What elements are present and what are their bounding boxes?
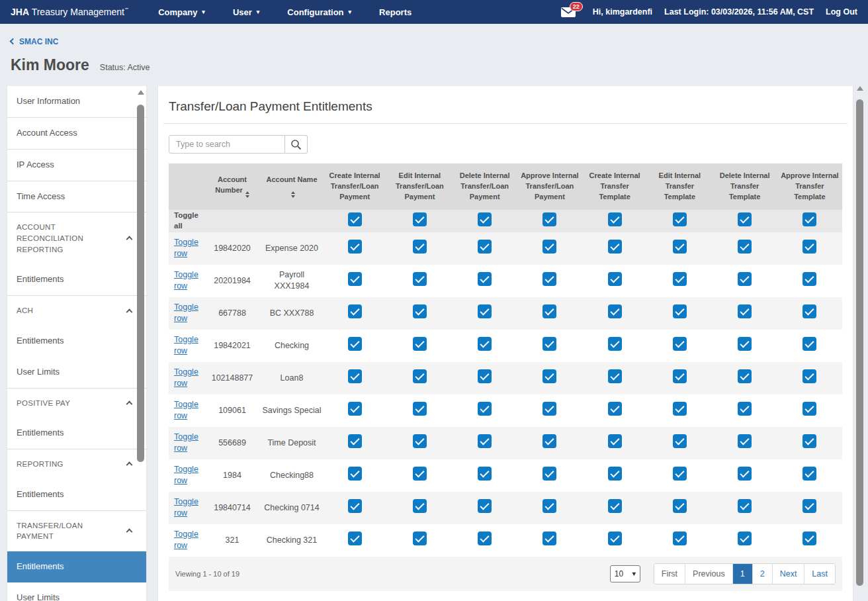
entitlement-checkbox[interactable]	[478, 240, 492, 254]
toggle-row-link[interactable]: Toggle row	[174, 269, 204, 292]
chevron-up-icon[interactable]	[126, 236, 133, 243]
entitlement-checkbox[interactable]	[738, 532, 752, 545]
sidebar-item-reporting[interactable]: REPORTING	[7, 449, 146, 479]
toggle-all-checkbox[interactable]	[478, 212, 492, 226]
toggle-row-link[interactable]: Toggle row	[174, 399, 204, 422]
pagination-1[interactable]: 1	[733, 564, 753, 584]
entitlement-checkbox[interactable]	[673, 467, 687, 481]
entitlement-checkbox[interactable]	[673, 369, 687, 383]
toggle-all-checkbox[interactable]	[803, 212, 816, 226]
entitlement-checkbox[interactable]	[348, 337, 362, 351]
entitlement-checkbox[interactable]	[478, 369, 492, 383]
toggle-row-link[interactable]: Toggle row	[174, 367, 204, 389]
scroll-up-arrow-icon[interactable]	[857, 86, 863, 91]
toggle-row-link[interactable]: Toggle row	[174, 302, 204, 324]
toggle-row-link[interactable]: Toggle row	[174, 334, 204, 357]
entitlement-checkbox[interactable]	[413, 272, 427, 286]
entitlement-checkbox[interactable]	[608, 369, 622, 383]
pagination-2[interactable]: 2	[753, 564, 773, 584]
toggle-row-link[interactable]: Toggle row	[174, 496, 204, 519]
entitlement-checkbox[interactable]	[673, 272, 687, 286]
sidebar-item-entitlements[interactable]: Entitlements	[7, 264, 146, 296]
entitlement-checkbox[interactable]	[348, 304, 362, 318]
entitlement-checkbox[interactable]	[478, 532, 492, 545]
sidebar-item-entitlements[interactable]: Entitlements	[7, 551, 146, 582]
entitlement-checkbox[interactable]	[542, 337, 556, 351]
sidebar-item-time-access[interactable]: Time Access	[7, 181, 146, 213]
entitlement-checkbox[interactable]	[608, 272, 622, 286]
entitlement-checkbox[interactable]	[803, 272, 816, 286]
entitlement-checkbox[interactable]	[348, 402, 362, 416]
entitlement-checkbox[interactable]	[348, 434, 362, 448]
entitlement-checkbox[interactable]	[608, 467, 622, 481]
entitlement-checkbox[interactable]	[608, 434, 622, 448]
entitlement-checkbox[interactable]	[348, 272, 362, 286]
entitlement-checkbox[interactable]	[478, 434, 492, 448]
entitlement-checkbox[interactable]	[673, 337, 687, 351]
entitlement-checkbox[interactable]	[348, 467, 362, 481]
entitlement-checkbox[interactable]	[673, 532, 687, 545]
column-header-account-name[interactable]: Account Name	[261, 163, 322, 210]
sidebar-item-account-reconciliation-reporting[interactable]: ACCOUNT RECONCILIATION REPORTING	[7, 212, 146, 264]
entitlement-checkbox[interactable]	[478, 402, 492, 416]
toggle-all-checkbox[interactable]	[413, 212, 427, 226]
entitlement-checkbox[interactable]	[413, 532, 427, 545]
page-size-select[interactable]: 10 ▾	[610, 565, 640, 582]
entitlement-checkbox[interactable]	[478, 304, 492, 318]
entitlement-checkbox[interactable]	[673, 304, 687, 318]
pagination-previous[interactable]: Previous	[685, 564, 733, 584]
entitlement-checkbox[interactable]	[542, 499, 556, 513]
sidebar-item-ip-access[interactable]: IP Access	[7, 150, 146, 181]
entitlement-checkbox[interactable]	[542, 369, 556, 383]
entitlement-checkbox[interactable]	[542, 532, 556, 545]
sidebar-item-ach[interactable]: ACH	[7, 296, 146, 326]
chevron-up-icon[interactable]	[126, 308, 133, 315]
breadcrumb[interactable]: SMAC INC	[11, 37, 58, 46]
pagination-next[interactable]: Next	[773, 564, 805, 584]
sidebar-item-transfer-loan-payment[interactable]: TRANSFER/LOAN PAYMENT	[7, 511, 146, 551]
entitlement-checkbox[interactable]	[348, 369, 362, 383]
sidebar-item-user-information[interactable]: User Information	[7, 86, 146, 118]
sidebar-item-entitlements[interactable]: Entitlements	[7, 326, 146, 357]
toggle-row-link[interactable]: Toggle row	[174, 529, 204, 551]
entitlement-checkbox[interactable]	[738, 467, 752, 481]
entitlement-checkbox[interactable]	[803, 434, 816, 448]
entitlement-checkbox[interactable]	[738, 434, 752, 448]
page-scrollbar[interactable]	[856, 86, 863, 601]
chevron-up-icon[interactable]	[126, 529, 133, 535]
sort-icon[interactable]	[245, 191, 249, 198]
menu-user[interactable]: User▾	[233, 7, 259, 17]
entitlement-checkbox[interactable]	[673, 402, 687, 416]
entitlement-checkbox[interactable]	[803, 304, 816, 318]
entitlement-checkbox[interactable]	[478, 499, 492, 513]
toggle-row-link[interactable]: Toggle row	[174, 464, 204, 486]
sidebar-item-entitlements[interactable]: Entitlements	[7, 479, 146, 511]
entitlement-checkbox[interactable]	[478, 467, 492, 481]
entitlement-checkbox[interactable]	[803, 337, 816, 351]
entitlement-checkbox[interactable]	[542, 304, 556, 318]
entitlement-checkbox[interactable]	[478, 337, 492, 351]
entitlement-checkbox[interactable]	[413, 434, 427, 448]
entitlement-checkbox[interactable]	[608, 240, 622, 254]
chevron-up-icon[interactable]	[126, 400, 133, 407]
toggle-all-label[interactable]: Toggle all	[169, 210, 203, 232]
entitlement-checkbox[interactable]	[413, 240, 427, 254]
entitlement-checkbox[interactable]	[803, 240, 816, 254]
search-button[interactable]	[285, 135, 308, 154]
entitlement-checkbox[interactable]	[803, 467, 816, 481]
sidebar-item-entitlements[interactable]: Entitlements	[7, 418, 146, 449]
pagination-first[interactable]: First	[654, 564, 685, 584]
entitlement-checkbox[interactable]	[478, 272, 492, 286]
entitlement-checkbox[interactable]	[608, 402, 622, 416]
sidebar-item-user-limits[interactable]: User Limits	[7, 357, 146, 389]
entitlement-checkbox[interactable]	[413, 402, 427, 416]
entitlement-checkbox[interactable]	[738, 272, 752, 286]
toggle-row-link[interactable]: Toggle row	[174, 432, 204, 454]
entitlement-checkbox[interactable]	[413, 304, 427, 318]
menu-company[interactable]: Company▾	[158, 7, 205, 17]
pagination-last[interactable]: Last	[804, 564, 835, 584]
entitlement-checkbox[interactable]	[542, 402, 556, 416]
search-input[interactable]	[169, 135, 285, 154]
entitlement-checkbox[interactable]	[413, 467, 427, 481]
entitlement-checkbox[interactable]	[413, 337, 427, 351]
